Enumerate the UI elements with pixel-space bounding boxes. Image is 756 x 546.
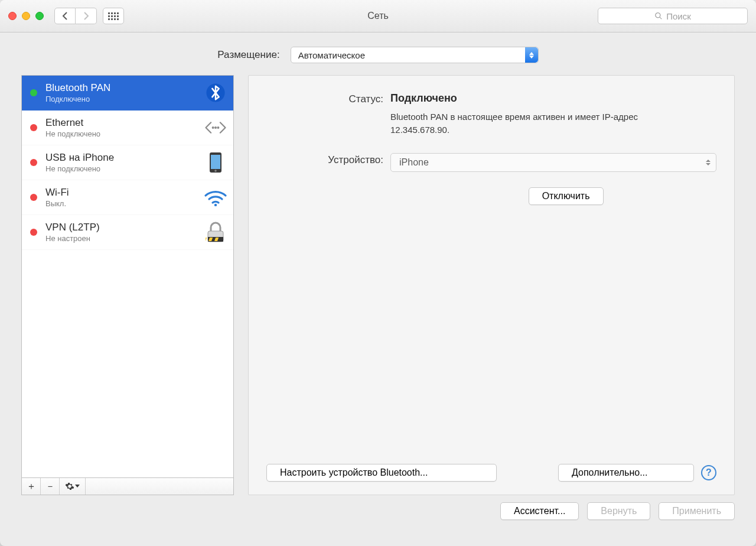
chevron-select-icon (704, 156, 712, 169)
remove-interface-button[interactable]: － (41, 478, 60, 495)
svg-point-4 (214, 126, 217, 129)
status-dot (30, 89, 37, 96)
status-dot (30, 194, 37, 201)
sidebar-item-bluetooth[interactable]: Bluetooth PAN Подключено (22, 76, 233, 110)
sidebar-item-text: USB на iPhone Не подключено (45, 151, 204, 174)
nav-buttons (54, 8, 97, 24)
sidebar-item-name: Wi-Fi (45, 186, 204, 199)
lock-icon (204, 220, 227, 244)
sidebar-item-text: Wi-Fi Выкл. (45, 186, 204, 209)
device-label: Устройство: (266, 153, 390, 172)
bluetooth-icon (204, 81, 227, 105)
sidebar-item-phone[interactable]: USB на iPhone Не подключено (22, 145, 233, 180)
svg-rect-12 (206, 238, 207, 241)
sidebar-item-sub: Выкл. (45, 199, 204, 209)
device-row: Устройство: iPhone (266, 153, 716, 172)
phone-icon (204, 151, 227, 174)
search-input[interactable]: Поиск (598, 8, 748, 24)
configure-bluetooth-button[interactable]: Настроить устройство Bluetooth... (266, 464, 497, 482)
sidebar-item-name: USB на iPhone (45, 151, 204, 164)
search-placeholder: Поиск (666, 11, 691, 21)
sidebar-item-sub: Подключено (45, 95, 204, 104)
show-all-button[interactable] (103, 8, 124, 24)
svg-point-0 (656, 13, 660, 18)
status-value-block: Подключено Bluetooth PAN в настоящее вре… (390, 92, 716, 136)
status-value: Подключено (390, 92, 716, 105)
sidebar-item-ethernet[interactable]: Ethernet Не подключено (22, 110, 233, 145)
device-value-block: iPhone (390, 153, 716, 172)
zoom-button[interactable] (35, 12, 44, 20)
help-button[interactable]: ? (701, 465, 716, 480)
chevron-down-icon (75, 485, 80, 488)
sidebar-item-wifi[interactable]: Wi-Fi Выкл. (22, 180, 233, 215)
device-value: iPhone (399, 157, 429, 168)
advanced-button[interactable]: Дополнительно... (558, 464, 694, 482)
location-select[interactable]: Автоматическое (291, 47, 539, 63)
interfaces-sidebar: Bluetooth PAN Подключено Ethernet Не под… (21, 75, 234, 495)
sidebar-item-sub: Не настроен (45, 234, 204, 243)
close-button[interactable] (8, 12, 17, 20)
status-row: Статус: Подключено Bluetooth PAN в насто… (266, 92, 716, 136)
svg-point-9 (214, 204, 217, 206)
disconnect-row: Отключить (266, 187, 716, 205)
content-body: Bluetooth PAN Подключено Ethernet Не под… (0, 68, 756, 495)
sidebar-item-text: Ethernet Не подключено (45, 116, 204, 139)
status-dot (30, 124, 37, 131)
sidebar-item-name: Bluetooth PAN (45, 82, 204, 94)
interfaces-list: Bluetooth PAN Подключено Ethernet Не под… (21, 75, 234, 477)
status-description: Bluetooth PAN в настоящее время активен … (390, 110, 638, 136)
sidebar-item-name: VPN (L2TP) (45, 221, 204, 233)
sidebar-item-sub: Не подключено (45, 164, 204, 174)
actions-menu-button[interactable] (60, 478, 86, 495)
status-label: Статус: (266, 92, 390, 136)
search-icon (654, 12, 663, 20)
footer: Ассистент... Вернуть Применить (0, 495, 756, 533)
svg-point-5 (217, 126, 219, 129)
sidebar-item-lock[interactable]: VPN (L2TP) Не настроен (22, 215, 233, 250)
device-select[interactable]: iPhone (390, 153, 716, 172)
sidebar-item-sub: Не подключено (45, 129, 204, 139)
svg-line-1 (660, 17, 662, 20)
detail-bottom-row: Настроить устройство Bluetooth... Дополн… (266, 464, 716, 482)
wifi-icon (204, 186, 227, 209)
apply-button[interactable]: Применить (659, 502, 735, 520)
location-row: Размещение: Автоматическое (0, 32, 756, 68)
sidebar-item-text: Bluetooth PAN Подключено (45, 82, 204, 104)
assistant-button[interactable]: Ассистент... (500, 502, 579, 520)
svg-point-3 (212, 126, 214, 129)
location-value: Автоматическое (298, 50, 365, 60)
sidebar-item-text: VPN (L2TP) Не настроен (45, 221, 204, 243)
svg-rect-7 (211, 155, 220, 169)
svg-point-8 (214, 170, 217, 172)
titlebar: Сеть Поиск (0, 0, 756, 32)
sidebar-footer: ＋ － (21, 477, 234, 495)
back-button[interactable] (54, 8, 76, 24)
chevron-select-icon (525, 47, 538, 63)
disconnect-button[interactable]: Отключить (529, 187, 604, 205)
minimize-button[interactable] (22, 12, 30, 20)
location-label: Размещение: (217, 49, 279, 61)
status-dot (30, 229, 37, 236)
status-dot (30, 159, 37, 166)
ethernet-icon (204, 116, 227, 139)
detail-panel: Статус: Подключено Bluetooth PAN в насто… (248, 75, 735, 495)
grid-icon (108, 12, 119, 20)
forward-button[interactable] (76, 8, 97, 24)
window-controls (8, 12, 44, 20)
network-prefs-window: Сеть Поиск Размещение: Автоматическое Bl… (0, 0, 756, 546)
add-interface-button[interactable]: ＋ (22, 478, 41, 495)
sidebar-item-name: Ethernet (45, 116, 204, 129)
revert-button[interactable]: Вернуть (587, 502, 650, 520)
gear-icon (65, 482, 74, 491)
